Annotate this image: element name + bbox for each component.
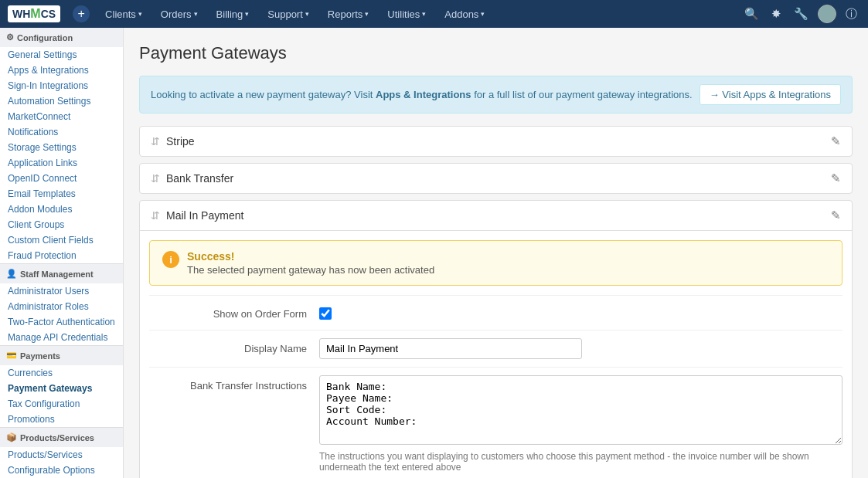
sidebar-item-api-credentials[interactable]: Manage API Credentials <box>0 330 123 345</box>
drag-icon: ⇵ <box>151 209 160 222</box>
products-icon: 📦 <box>6 432 17 442</box>
page-title: Payment Gateways <box>139 43 853 63</box>
sidebar-item-custom-client-fields[interactable]: Custom Client Fields <box>0 232 123 248</box>
sidebar-item-products-services[interactable]: Products/Services <box>0 447 123 463</box>
visit-apps-integrations-button[interactable]: → Visit Apps & Integrations <box>700 84 841 105</box>
nav-orders[interactable]: Orders ▾ <box>153 0 206 28</box>
main-layout: ⚙ Configuration General Settings Apps & … <box>0 28 868 478</box>
sidebar-item-admin-users[interactable]: Administrator Users <box>0 283 123 299</box>
sidebar-item-application-links[interactable]: Application Links <box>0 155 123 171</box>
sidebar-item-client-groups[interactable]: Client Groups <box>0 217 123 232</box>
search-icon[interactable]: 🔍 <box>741 4 762 24</box>
drag-icon: ⇵ <box>151 172 160 185</box>
info-icon: i <box>162 251 179 268</box>
info-banner-text: Looking to activate a new payment gatewa… <box>151 89 693 100</box>
network-icon[interactable]: ✸ <box>768 4 785 24</box>
nav-addons[interactable]: Addons ▾ <box>437 0 492 28</box>
sidebar-item-automation-settings[interactable]: Automation Settings <box>0 93 123 109</box>
nav-clients[interactable]: Clients ▾ <box>97 0 150 28</box>
nav-reports[interactable]: Reports ▾ <box>320 0 377 28</box>
help-text: The instructions you want displaying to … <box>319 451 842 473</box>
gateway-mailinpayment-panel: ⇵ Mail In Payment ✎ i Success! The selec… <box>139 200 853 478</box>
sidebar-item-apps-integrations[interactable]: Apps & Integrations <box>0 63 123 78</box>
sidebar-item-currencies[interactable]: Currencies <box>0 365 123 381</box>
sidebar-item-addon-modules[interactable]: Addon Modules <box>0 202 123 217</box>
main-content: Payment Gateways Looking to activate a n… <box>124 28 868 478</box>
success-alert: i Success! The selected payment gateway … <box>149 240 842 286</box>
gateway-banktransfer-panel: ⇵ Bank Transfer ✎ <box>139 163 853 194</box>
nav-icons: 🔍 ✸ 🔧 ⓘ <box>741 4 860 25</box>
sidebar-item-notifications[interactable]: Notifications <box>0 124 123 140</box>
sidebar-item-storage-settings[interactable]: Storage Settings <box>0 140 123 155</box>
sidebar-item-email-templates[interactable]: Email Templates <box>0 186 123 202</box>
gateway-form: Show on Order Form Display Name <box>140 295 852 478</box>
alert-title: Success! <box>187 250 434 263</box>
info-banner: Looking to activate a new payment gatewa… <box>139 76 853 114</box>
sidebar-item-openid-connect[interactable]: OpenID Connect <box>0 171 123 186</box>
sidebar-section-configuration: ⚙ Configuration <box>0 28 123 47</box>
alert-message: The selected payment gateway has now bee… <box>187 264 434 276</box>
sidebar-section-staff: 👤 Staff Management <box>0 263 123 283</box>
nav-support[interactable]: Support ▾ <box>260 0 317 28</box>
gear-icon: ⚙ <box>6 32 14 42</box>
gateway-banktransfer-header[interactable]: ⇵ Bank Transfer ✎ <box>140 164 852 193</box>
display-name-row: Display Name <box>149 330 842 367</box>
edit-banktransfer-icon[interactable]: ✎ <box>831 171 841 185</box>
sidebar-section-payments: 💳 Payments <box>0 345 123 365</box>
add-button[interactable]: + <box>73 5 90 22</box>
edit-stripe-icon[interactable]: ✎ <box>831 134 841 148</box>
edit-mailinpayment-icon[interactable]: ✎ <box>831 208 841 222</box>
sidebar-item-promotions[interactable]: Promotions <box>0 412 123 427</box>
sidebar-item-admin-roles[interactable]: Administrator Roles <box>0 299 123 314</box>
display-name-label: Display Name <box>149 338 319 354</box>
wrench-icon[interactable]: 🔧 <box>791 4 812 24</box>
gateway-mailinpayment-name: Mail In Payment <box>166 209 243 222</box>
bank-transfer-textarea[interactable]: Bank Name: Payee Name: Sort Code: Accoun… <box>319 375 842 445</box>
show-on-order-label: Show on Order Form <box>149 303 319 320</box>
sidebar-item-signin-integrations[interactable]: Sign-In Integrations <box>0 78 123 93</box>
gateway-stripe-name: Stripe <box>166 135 195 147</box>
logo-text: WHMCS <box>8 5 60 22</box>
sidebar-item-payment-gateways[interactable]: Payment Gateways <box>0 381 123 396</box>
sidebar-item-fraud-protection[interactable]: Fraud Protection <box>0 248 123 263</box>
sidebar-item-general-settings[interactable]: General Settings <box>0 47 123 63</box>
sidebar-item-configurable-options[interactable]: Configurable Options <box>0 463 123 478</box>
gateway-mailinpayment-expanded: i Success! The selected payment gateway … <box>140 230 852 478</box>
apps-integrations-link[interactable]: Apps & Integrations <box>376 89 471 100</box>
sidebar-item-2fa[interactable]: Two-Factor Authentication <box>0 314 123 330</box>
display-name-input[interactable] <box>319 338 582 359</box>
gateway-stripe-header[interactable]: ⇵ Stripe ✎ <box>140 127 852 156</box>
sidebar-section-products: 📦 Products/Services <box>0 427 123 447</box>
bank-transfer-label: Bank Transfer Instructions <box>149 375 319 392</box>
payments-icon: 💳 <box>6 351 17 361</box>
gateway-banktransfer-name: Bank Transfer <box>166 172 233 185</box>
sidebar-item-tax-configuration[interactable]: Tax Configuration <box>0 396 123 412</box>
sidebar: ⚙ Configuration General Settings Apps & … <box>0 28 124 478</box>
sidebar-item-marketconnect[interactable]: MarketConnect <box>0 109 123 124</box>
gateway-stripe-panel: ⇵ Stripe ✎ <box>139 126 853 157</box>
people-icon: 👤 <box>6 269 17 279</box>
bank-transfer-instructions-row: Bank Transfer Instructions Bank Name: Pa… <box>149 367 842 478</box>
logo: WHMCS <box>8 5 62 22</box>
drag-icon: ⇵ <box>151 135 160 147</box>
show-on-order-checkbox[interactable] <box>319 307 332 320</box>
help-icon[interactable]: ⓘ <box>842 4 860 25</box>
show-on-order-row: Show on Order Form <box>149 295 842 330</box>
nav-utilities[interactable]: Utilities ▾ <box>380 0 434 28</box>
gateway-mailinpayment-header[interactable]: ⇵ Mail In Payment ✎ <box>140 201 852 230</box>
avatar[interactable] <box>818 5 836 23</box>
nav-billing[interactable]: Billing ▾ <box>209 0 257 28</box>
top-navigation: WHMCS + Clients ▾ Orders ▾ Billing ▾ Sup… <box>0 0 868 28</box>
